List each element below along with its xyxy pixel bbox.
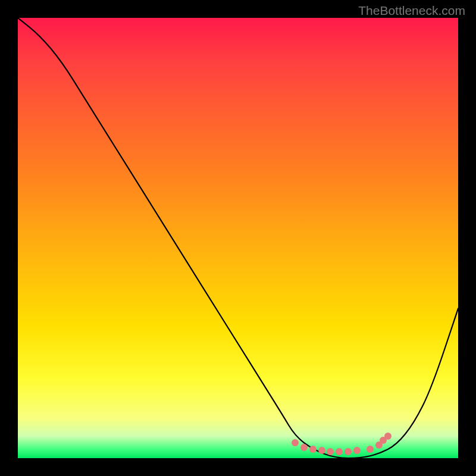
valley-dot: [353, 447, 361, 454]
valley-dot: [318, 447, 325, 454]
plot-area: [18, 18, 458, 458]
valley-dot: [309, 446, 317, 453]
valley-dot: [345, 448, 352, 455]
valley-dot: [292, 439, 299, 446]
valley-dot: [336, 448, 343, 455]
valley-dot: [367, 446, 374, 453]
valley-dot: [300, 444, 308, 451]
watermark-text: TheBottleneck.com: [358, 4, 465, 18]
dots-layer: [18, 18, 458, 458]
valley-dot: [384, 433, 392, 440]
valley-dot: [327, 448, 334, 455]
